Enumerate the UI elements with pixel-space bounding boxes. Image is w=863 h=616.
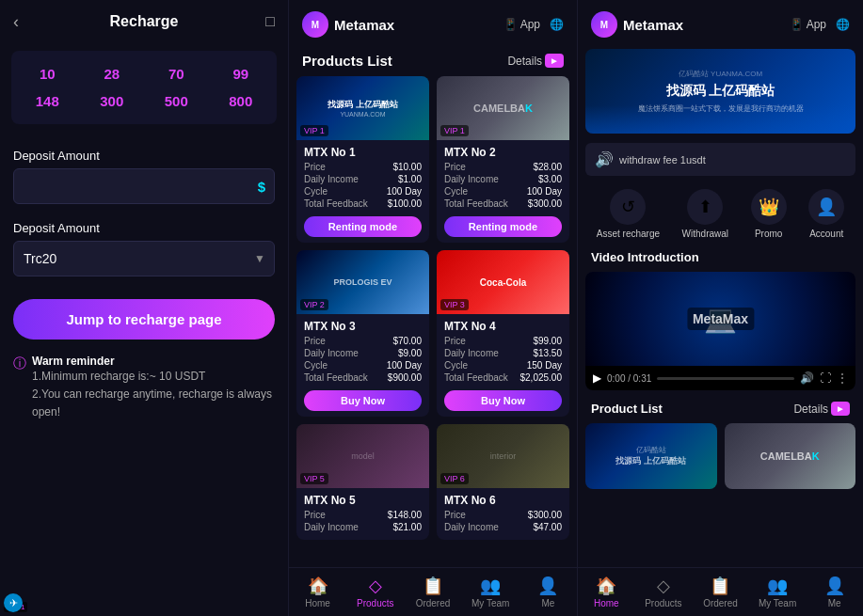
home-products-icon: ◇ xyxy=(657,576,670,596)
home-nav-myteam-label: My Team xyxy=(759,598,796,608)
amount-item-28[interactable]: 28 xyxy=(84,66,141,82)
product-list-title-row: Product List Details ► xyxy=(585,402,855,416)
product-card-5: model VIP 5 MTX No 5 Price$148.00 Daily … xyxy=(296,424,429,540)
vip-badge-6: VIP 6 xyxy=(440,473,469,484)
mini-product-1[interactable]: 亿码酷站 找源码 上亿码酷站 VIP 1 xyxy=(585,423,717,489)
home-header-icons: 📱 App 🌐 xyxy=(790,18,850,31)
home-nav-ordered-label: Ordered xyxy=(703,598,738,608)
account-action[interactable]: 👤 Account xyxy=(808,189,844,239)
metamax-logo: M Metamax xyxy=(302,11,394,38)
renting-button-2[interactable]: Renting mode xyxy=(444,216,562,237)
nav-products-label: Products xyxy=(357,598,393,608)
product-name-6: MTX No 6 xyxy=(444,494,562,507)
warm-reminder: ⓘ Warm reminder 1.Minimum recharge is:~ … xyxy=(13,355,275,422)
home-nav-home[interactable]: 🏠 Home xyxy=(583,576,629,608)
home-app-button[interactable]: 📱 App xyxy=(790,18,826,31)
globe-button[interactable]: 🌐 xyxy=(550,18,564,31)
product-name-2: MTX No 2 xyxy=(444,146,562,159)
account-label: Account xyxy=(809,229,843,239)
volume-icon[interactable]: 🔊 xyxy=(800,371,814,385)
speaker-icon: 🔊 xyxy=(595,150,614,168)
mini-product-img-2: CAMELBAK ✈ xyxy=(725,423,856,489)
deposit-type-wrap: Trc20 Erc20 BEP20 ▼ xyxy=(13,241,275,276)
amount-item-70[interactable]: 70 xyxy=(148,66,205,82)
withdrawal-action[interactable]: ⬆ Withdrawal xyxy=(682,189,728,239)
warm-text-block: Warm reminder 1.Minimum recharge is:~ 10… xyxy=(32,355,275,422)
details-link[interactable]: Details ► xyxy=(507,54,564,68)
product-price-row-3: Price$70.00 xyxy=(304,336,422,346)
home-nav-products[interactable]: ◇ Products xyxy=(641,576,686,608)
more-options-icon[interactable]: ⋮ xyxy=(837,371,848,385)
asset-recharge-action[interactable]: ↺ Asset recharge xyxy=(597,189,660,239)
product-income-row-3: Daily Income$9.00 xyxy=(304,348,422,358)
promo-action[interactable]: 👑 Promo xyxy=(751,189,787,239)
product-income-row-5: Daily Income$21.00 xyxy=(304,522,422,532)
products-grid: 找源码 上亿码酷站 YUANMA.COM VIP 1 MTX No 1 Pric… xyxy=(296,76,569,540)
home-globe-button[interactable]: 🌐 xyxy=(836,18,850,31)
warm-line1: 1.Minimum recharge is:~ 10 USDT xyxy=(32,368,275,386)
product-img-4: Coca-Cola VIP 3 xyxy=(437,250,569,314)
product-list-details-link[interactable]: Details ► xyxy=(793,402,850,416)
back-icon[interactable]: ‹ xyxy=(13,12,19,32)
product-income-row-4: Daily Income$13.50 xyxy=(444,348,562,358)
nav-myteam[interactable]: 👥 My Team xyxy=(468,576,513,608)
app-button[interactable]: 📱 App xyxy=(503,18,540,31)
amount-item-148[interactable]: 148 xyxy=(19,93,76,109)
amount-item-300[interactable]: 300 xyxy=(84,93,141,109)
recharge-panel: ‹ Recharge □ 10 28 70 99 148 300 500 800… xyxy=(0,0,289,616)
nav-myteam-label: My Team xyxy=(471,598,509,608)
nav-products[interactable]: ◇ Products xyxy=(353,576,398,608)
video-overlay-logo: MetaMax xyxy=(687,308,754,330)
product-income-row-1: Daily Income$1.00 xyxy=(304,174,422,184)
home-nav-myteam[interactable]: 👥 My Team xyxy=(755,576,800,608)
products-scroll: 找源码 上亿码酷站 YUANMA.COM VIP 1 MTX No 1 Pric… xyxy=(289,76,577,567)
video-section: 💻 MetaMax ▶ 0:00 / 0:31 🔊 ⛶ ⋮ xyxy=(585,272,855,390)
mobile-icon: 📱 xyxy=(503,18,518,31)
products-header: M Metamax 📱 App 🌐 xyxy=(289,0,577,49)
home-metamax-logo: M Metamax xyxy=(591,11,683,38)
amount-item-99[interactable]: 99 xyxy=(213,66,270,82)
home-nav-products-label: Products xyxy=(645,598,681,608)
nav-home[interactable]: 🏠 Home xyxy=(296,576,341,608)
amount-item-500[interactable]: 500 xyxy=(148,93,205,109)
amount-item-10[interactable]: 10 xyxy=(19,66,76,82)
home-nav-me[interactable]: 👤 Me xyxy=(812,576,857,608)
amount-item-800[interactable]: 800 xyxy=(213,93,270,109)
home-globe-icon: 🌐 xyxy=(836,18,850,31)
mini-product-2[interactable]: CAMELBAK ✈ xyxy=(725,423,856,489)
account-icon: 👤 xyxy=(808,189,844,225)
panel2-nav: 🏠 Home ◇ Products 📋 Ordered 👥 My Team 👤 … xyxy=(289,567,577,616)
home-icon: 🏠 xyxy=(308,576,328,596)
asset-recharge-label: Asset recharge xyxy=(597,229,660,239)
history-icon[interactable]: □ xyxy=(265,13,275,30)
product-price-row-2: Price$28.00 xyxy=(444,162,562,172)
vip-badge-1: VIP 1 xyxy=(300,125,328,136)
home-nav-ordered[interactable]: 📋 Ordered xyxy=(697,576,743,608)
product-img-6: interior VIP 6 xyxy=(437,424,569,488)
video-section-title: Video Introduction xyxy=(578,250,863,272)
product-body-5: MTX No 5 Price$148.00 Daily Income$21.00 xyxy=(296,488,429,540)
nav-me[interactable]: 👤 Me xyxy=(525,576,570,608)
fullscreen-icon[interactable]: ⛶ xyxy=(820,371,831,385)
buy-button-3[interactable]: Buy Now xyxy=(304,390,422,411)
deposit-form: Deposit Amount $ Deposit Amount Trc20 Er… xyxy=(0,132,288,616)
renting-button-1[interactable]: Renting mode xyxy=(304,216,422,237)
dollar-icon: $ xyxy=(258,179,265,195)
products-icon: ◇ xyxy=(369,576,382,596)
buy-button-4[interactable]: Buy Now xyxy=(444,390,562,411)
play-button[interactable]: ▶ xyxy=(593,371,601,385)
promo-icon: 👑 xyxy=(751,189,787,225)
jump-to-recharge-button[interactable]: Jump to recharge page xyxy=(13,299,275,340)
product-cycle-row-4: Cycle150 Day xyxy=(444,360,562,371)
product-price-row-1: Price$10.00 xyxy=(304,162,422,172)
video-progress-bar[interactable] xyxy=(657,377,794,380)
metamax-name: Metamax xyxy=(334,17,394,33)
home-ordered-icon: 📋 xyxy=(710,576,730,596)
home-me-icon: 👤 xyxy=(824,576,845,596)
deposit-type-select[interactable]: Trc20 Erc20 BEP20 xyxy=(13,241,275,276)
product-feedback-row-4: Total Feedback$2,025.00 xyxy=(444,372,562,383)
product-list-details-arrow: ► xyxy=(831,402,850,416)
nav-ordered[interactable]: 📋 Ordered xyxy=(410,576,455,608)
deposit-amount-input[interactable] xyxy=(13,168,275,204)
nav-ordered-label: Ordered xyxy=(416,598,451,608)
